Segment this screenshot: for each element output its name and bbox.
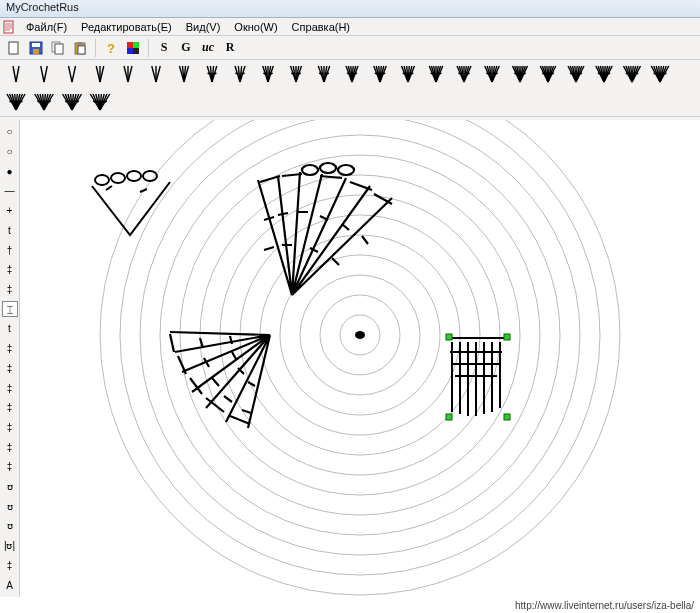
menu-view[interactable]: Вид(V) <box>180 20 227 34</box>
crochet-motif-2[interactable] <box>258 163 392 295</box>
side-tool-button[interactable]: ○ <box>2 124 18 140</box>
stitch-button[interactable] <box>88 62 112 86</box>
stitch-button[interactable] <box>536 62 560 86</box>
svg-rect-11 <box>127 42 133 48</box>
stitch-button[interactable] <box>340 62 364 86</box>
footer: http://www.liveinternet.ru/users/iza-bel… <box>0 597 700 613</box>
save-button[interactable] <box>26 38 46 58</box>
copy-button[interactable] <box>48 38 68 58</box>
side-tool-button[interactable]: A <box>2 577 18 593</box>
stitch-button[interactable] <box>564 62 588 86</box>
stitch-button[interactable] <box>284 62 308 86</box>
uc-button[interactable]: uc <box>198 38 218 58</box>
stitch-button[interactable] <box>200 62 224 86</box>
svg-rect-4 <box>33 49 39 54</box>
side-tool-button[interactable]: t <box>2 223 18 239</box>
selection-handle[interactable] <box>446 334 452 340</box>
side-tool-button[interactable]: ʊ <box>2 498 18 514</box>
s-button[interactable]: S <box>154 38 174 58</box>
svg-rect-8 <box>77 42 83 45</box>
stitch-button[interactable] <box>396 62 420 86</box>
stitch-toolbar-row1 <box>0 60 700 117</box>
stitch-button[interactable] <box>256 62 280 86</box>
side-tool-button[interactable]: ‡ <box>2 262 18 278</box>
document-icon <box>2 20 16 34</box>
footer-url: http://www.liveinternet.ru/users/iza-bel… <box>515 600 694 611</box>
side-tool-button[interactable]: ‡ <box>2 341 18 357</box>
stitch-button[interactable] <box>172 62 196 86</box>
svg-text:?: ? <box>107 41 115 55</box>
r-button[interactable]: R <box>220 38 240 58</box>
side-tool-button[interactable]: t <box>2 321 18 337</box>
svg-rect-9 <box>78 46 85 54</box>
side-tool-button[interactable]: |ʊ| <box>2 538 18 554</box>
side-tool-button[interactable]: + <box>2 203 18 219</box>
side-tool-button[interactable]: ‡ <box>2 558 18 574</box>
svg-rect-3 <box>32 43 40 47</box>
stitch-button[interactable] <box>116 62 140 86</box>
stitch-button[interactable] <box>4 90 28 114</box>
selection-handle[interactable] <box>504 414 510 420</box>
stitch-button[interactable] <box>228 62 252 86</box>
svg-point-45 <box>111 173 125 183</box>
side-tool-button[interactable]: ‡ <box>2 400 18 416</box>
center-dot <box>355 331 365 339</box>
side-tool-button[interactable]: ʊ <box>2 479 18 495</box>
side-tool-button[interactable]: ʊ <box>2 518 18 534</box>
stitch-button[interactable] <box>60 90 84 114</box>
side-tool-button[interactable]: † <box>2 242 18 258</box>
stitch-button[interactable] <box>620 62 644 86</box>
side-tool-button[interactable]: ‡ <box>2 360 18 376</box>
side-tool-button[interactable]: ‡ <box>2 380 18 396</box>
new-icon <box>7 41 21 55</box>
svg-point-42 <box>120 120 600 575</box>
help-button[interactable]: ? <box>101 38 121 58</box>
stitch-button[interactable] <box>452 62 476 86</box>
selection-handle[interactable] <box>504 334 510 340</box>
svg-rect-14 <box>133 48 139 54</box>
side-tool-button[interactable]: ‡ <box>2 420 18 436</box>
side-tool-button[interactable]: ⌶ <box>2 301 18 317</box>
side-toolbar: ○○●—+t†‡‡⌶t‡‡‡‡‡‡‡ʊʊʊ|ʊ|‡A <box>0 120 20 597</box>
canvas[interactable] <box>20 120 700 597</box>
help-icon: ? <box>104 41 118 55</box>
stitch-button[interactable] <box>480 62 504 86</box>
side-tool-button[interactable]: — <box>2 183 18 199</box>
stitch-button[interactable] <box>368 62 392 86</box>
g-button[interactable]: G <box>176 38 196 58</box>
stitch-button[interactable] <box>508 62 532 86</box>
menu-file[interactable]: Файл(F) <box>20 20 73 34</box>
menu-window[interactable]: Окно(W) <box>228 20 283 34</box>
svg-point-50 <box>338 165 354 175</box>
paste-button[interactable] <box>70 38 90 58</box>
stitch-button[interactable] <box>424 62 448 86</box>
toolbar-separator <box>148 39 149 57</box>
new-button[interactable] <box>4 38 24 58</box>
side-tool-button[interactable]: ‡ <box>2 459 18 475</box>
color-button[interactable] <box>123 38 143 58</box>
menu-help[interactable]: Справка(H) <box>286 20 356 34</box>
stitch-button[interactable] <box>32 90 56 114</box>
stitch-button[interactable] <box>648 62 672 86</box>
svg-rect-12 <box>133 42 139 48</box>
svg-rect-6 <box>55 44 63 54</box>
side-tool-button[interactable]: ● <box>2 163 18 179</box>
crochet-motif-1[interactable] <box>92 171 170 235</box>
paste-icon <box>73 41 87 55</box>
svg-rect-1 <box>9 42 18 54</box>
selection-handle[interactable] <box>446 414 452 420</box>
stitch-button[interactable] <box>4 62 28 86</box>
stitch-button[interactable] <box>32 62 56 86</box>
copy-icon <box>51 41 65 55</box>
side-tool-button[interactable]: ○ <box>2 144 18 160</box>
side-tool-button[interactable]: ‡ <box>2 439 18 455</box>
stitch-button[interactable] <box>312 62 336 86</box>
side-tool-button[interactable]: ‡ <box>2 282 18 298</box>
menu-edit[interactable]: Редактировать(E) <box>75 20 178 34</box>
stitch-button[interactable] <box>60 62 84 86</box>
stitch-button[interactable] <box>592 62 616 86</box>
standard-toolbar: ? S G uc R <box>0 36 700 60</box>
canvas-svg <box>20 120 700 600</box>
stitch-button[interactable] <box>88 90 112 114</box>
stitch-button[interactable] <box>144 62 168 86</box>
